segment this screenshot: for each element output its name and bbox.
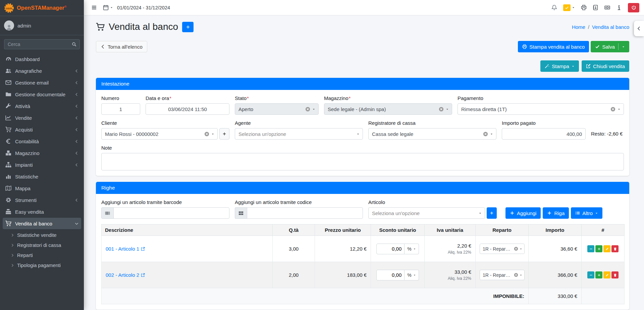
article-link-label: 001 - Articolo 1 (106, 246, 139, 252)
iva-note: Aliq. Iva 22% (429, 250, 471, 255)
numero-input[interactable] (101, 103, 140, 115)
note-textarea[interactable] (101, 153, 624, 170)
close-sale-button[interactable]: Chiudi vendita (582, 60, 629, 72)
breadcrumb-home-link[interactable]: Home (572, 24, 585, 30)
sconto-input[interactable] (376, 270, 405, 280)
row-actions (586, 271, 620, 278)
clear-icon[interactable] (610, 107, 615, 112)
article-link[interactable]: 001 - Articolo 1 (106, 246, 145, 252)
brand-logo-icon: osm (4, 3, 14, 13)
delete-row-button[interactable] (611, 271, 619, 278)
clear-icon[interactable] (483, 132, 488, 137)
brand[interactable]: osm OpenSTAManager® (0, 0, 84, 16)
sidebar-item-label: Impianti (15, 162, 33, 168)
reparto-select[interactable]: 1R - Reparto 1... (480, 270, 525, 280)
add-cliente-button[interactable] (219, 128, 229, 140)
sconto-unit-select[interactable]: % (405, 270, 419, 280)
logout-button[interactable] (628, 3, 639, 12)
search-input[interactable] (4, 39, 68, 49)
clear-icon[interactable] (305, 107, 310, 112)
codice-input[interactable] (247, 207, 363, 219)
page-title-text: Vendita al banco (109, 21, 178, 32)
delete-row-button[interactable] (611, 245, 619, 252)
sidebar-item-magazzino[interactable]: Magazzino (3, 147, 81, 159)
new-record-button[interactable] (182, 22, 194, 32)
sidebar-item-acquisti[interactable]: Acquisti (3, 124, 81, 135)
article-link[interactable]: 002 - Articolo 2 (106, 272, 145, 278)
sidebar-item-dashboard[interactable]: Dashboard (3, 53, 81, 65)
agente-select[interactable]: Seleziona un'opzione (235, 128, 363, 140)
magazzino-select[interactable]: Sede legale - (Admin spa) (324, 103, 452, 115)
plus-icon (186, 25, 190, 29)
breadcrumb-current-link[interactable]: Vendita al banco (592, 24, 629, 30)
sidebar-item-contabilita[interactable]: Contabilità (3, 136, 81, 147)
data-ora-input[interactable] (146, 103, 229, 115)
date-range[interactable]: 01/01/2024 - 31/12/2024 (117, 5, 170, 10)
riga-button[interactable]: Riga (543, 207, 569, 219)
edit-row-button[interactable] (603, 245, 610, 252)
print-shortcut-button[interactable] (578, 3, 589, 12)
cash-flow-button[interactable] (602, 3, 613, 12)
sidebar-item-mappa[interactable]: Mappa (3, 183, 81, 194)
increase-qty-button[interactable] (595, 245, 602, 252)
notifications-button[interactable] (549, 3, 560, 12)
toolbar-secondary: Stampa Chiudi vendita (96, 60, 629, 72)
sconto-unit-select[interactable]: % (405, 244, 419, 254)
decrease-qty-button[interactable] (587, 271, 594, 278)
search-button[interactable] (68, 39, 80, 49)
sidebar-item-vendite[interactable]: Vendite (3, 112, 81, 123)
importo-pagato-input[interactable] (502, 128, 586, 140)
add-articolo-button[interactable] (487, 207, 497, 219)
sidebar-item-statistiche[interactable]: Statistiche (3, 171, 81, 182)
col-importo: Importo (529, 224, 582, 236)
sidebar-item-attivita[interactable]: Attività (3, 100, 81, 112)
sidebar-item-vendita-al-banco[interactable]: Vendita al banco (3, 218, 81, 229)
book-icon (593, 5, 598, 10)
clear-icon[interactable] (204, 132, 209, 137)
clear-icon[interactable] (514, 273, 518, 277)
increase-qty-button[interactable] (595, 271, 602, 278)
sidebar-subitem-reparti[interactable]: Reparti (8, 250, 81, 260)
period-picker-button[interactable] (100, 3, 116, 12)
checklist-dropdown-button[interactable] (560, 2, 578, 13)
registratore-select[interactable]: Cassa sede legale (368, 128, 496, 140)
stato-select[interactable]: Aperto (235, 103, 319, 115)
sidebar-item-gestione-email[interactable]: Gestione email (3, 77, 81, 88)
chevron-left-icon (637, 26, 641, 31)
sidebar-subitem-statistiche-vendite[interactable]: Statistiche vendite (8, 230, 81, 240)
clear-icon[interactable] (514, 247, 518, 251)
stampa-dropdown-button[interactable]: Stampa (540, 60, 579, 72)
menu-toggle-button[interactable] (89, 3, 100, 12)
content: Vendita al banco Home / Vendita al banco… (84, 15, 644, 310)
sidebar-item-gestione-documentale[interactable]: Gestione documentale (3, 89, 81, 100)
decrease-qty-button[interactable] (587, 245, 594, 252)
cart-icon (5, 220, 11, 226)
barcode-input[interactable] (113, 207, 229, 219)
sidebar-subitem-registratori-di-cassa[interactable]: Registratori di cassa (8, 240, 81, 250)
save-button[interactable]: Salva (591, 41, 629, 52)
sidebar-subitem-tipologia-pagamenti[interactable]: Tipologia pagamenti (8, 260, 81, 270)
info-button[interactable] (613, 3, 625, 12)
edit-row-button[interactable] (603, 271, 610, 278)
chevron-right-icon (11, 234, 14, 237)
sidebar-item-strumenti[interactable]: Strumenti (3, 194, 81, 206)
sidebar-item-easy-vendita[interactable]: Easy vendita (3, 206, 81, 217)
sidebar-item-anagrafiche[interactable]: Anagrafiche (3, 65, 81, 76)
cliente-select[interactable]: Mario Rossi - 00000002 (101, 128, 218, 140)
sconto-input[interactable] (376, 244, 405, 254)
aggiungi-button[interactable]: Aggiungi (505, 207, 541, 219)
sidebar-item-impianti[interactable]: Impianti (3, 159, 81, 170)
altro-dropdown-button[interactable]: Altro (571, 207, 602, 219)
user-name[interactable]: admin (17, 23, 31, 29)
clear-icon[interactable] (439, 107, 444, 112)
manual-button[interactable] (590, 3, 601, 12)
panel-collapse-tab[interactable] (634, 21, 644, 36)
caret-down-icon (446, 108, 449, 111)
print-sale-button[interactable]: Stampa vendita al banco (518, 41, 589, 52)
article-link-label: 002 - Articolo 2 (106, 272, 139, 278)
pagamento-select[interactable]: Rimessa diretta (1T) (458, 103, 624, 115)
reparto-select[interactable]: 1R - Reparto 1... (480, 244, 525, 254)
power-icon (631, 5, 636, 10)
articolo-select[interactable]: Seleziona un'opzione (368, 207, 485, 219)
back-to-list-button[interactable]: Torna all'elenco (96, 41, 147, 52)
